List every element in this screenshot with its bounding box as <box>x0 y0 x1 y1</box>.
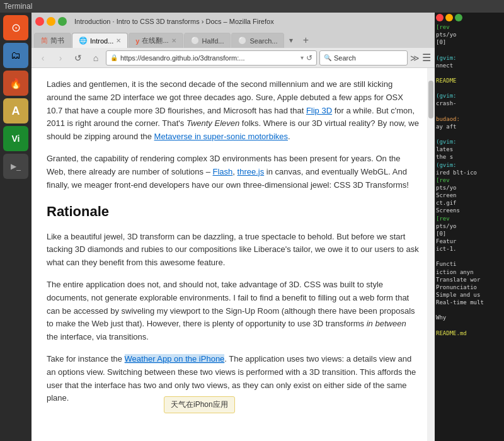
terminal-line-12 <box>436 108 503 115</box>
paragraph-1: Ladies and gentlemen, it is the second d… <box>47 78 420 144</box>
terminal-line-3: [0] <box>436 38 503 46</box>
tab-translate-icon: y <box>135 37 139 45</box>
scrollbar-thumb[interactable] <box>428 81 433 118</box>
tab-intro[interactable]: 🌐 Introd... ✕ <box>72 33 128 48</box>
weather-app-link[interactable]: Weather App on the iPhone <box>125 354 225 364</box>
tab-translate-close[interactable]: ✕ <box>171 37 176 44</box>
forward-button[interactable]: › <box>53 50 68 66</box>
terminal-line-38 <box>436 306 503 314</box>
flash-link[interactable]: Flash <box>213 167 233 176</box>
tab-bar: 简 简书 🌐 Introd... ✕ y 在线翻... ✕ ⚪ Halfd...… <box>32 30 435 48</box>
back-button[interactable]: ‹ <box>35 50 50 66</box>
terminal-line-18: the s <box>436 153 503 161</box>
tab-search-label: Search... <box>249 37 277 45</box>
url-dropdown-icon[interactable]: ▾ <box>301 54 304 61</box>
terminal-line-26: [rev <box>436 215 503 222</box>
terminal-line-19: (gvim: <box>436 161 503 169</box>
nav-overflow-icon[interactable]: ≫ <box>410 53 420 63</box>
tab-close-icon[interactable]: ✕ <box>116 37 121 44</box>
terminal-line-16: (gvim: <box>436 138 503 146</box>
search-bar[interactable]: 🔍 Search <box>319 50 408 66</box>
terminal-line-17: lates <box>436 146 503 153</box>
terminal-line-7 <box>436 69 503 77</box>
search-placeholder-text: Search <box>334 54 356 62</box>
terminal-line-8: README <box>436 77 503 84</box>
terminal-line-37: Real-time mult <box>436 299 503 306</box>
tab-halfd[interactable]: ⚪ Halfd... <box>184 33 231 48</box>
paragraph-2: Granted, the capability of rendering com… <box>47 152 420 192</box>
tab-jianshu[interactable]: 简 简书 <box>34 33 71 48</box>
vim-icon: Vi <box>12 134 20 144</box>
home-button[interactable]: ⌂ <box>88 50 103 66</box>
terminal-title: Terminal <box>4 2 32 11</box>
paragraph-4: The entire application does not, and sho… <box>47 278 420 344</box>
nav-menu-icon[interactable]: ☰ <box>422 52 431 64</box>
browser-title: Introduction · Intro to CSS 3D transform… <box>74 18 431 25</box>
tab-overflow-button[interactable]: ▾ <box>285 34 297 47</box>
browser-content[interactable]: Ladies and gentlemen, it is the second d… <box>32 68 435 441</box>
twenty-eleven-text: Twenty Eleven <box>186 118 239 128</box>
rationale-heading: Rationale <box>47 200 420 222</box>
tab-translate[interactable]: y 在线翻... ✕ <box>129 33 183 48</box>
minimize-button[interactable] <box>47 17 55 26</box>
terminal-line-21: [rev <box>436 176 503 184</box>
terminal-line-4 <box>436 46 503 54</box>
scrollbar[interactable] <box>427 68 435 441</box>
terminal-line-39: Why <box>436 314 503 321</box>
tab-search[interactable]: ⚪ Search... <box>231 33 284 48</box>
terminal-line-13: budaod: <box>436 115 503 123</box>
taskbar-icon-firefox[interactable]: 🔥 <box>3 71 28 96</box>
tab-halfd-icon: ⚪ <box>191 37 200 45</box>
terminal-line-20: ired blt-ico <box>436 169 503 176</box>
files-icon: 🗂 <box>11 50 21 61</box>
url-text: https://desandro.github.io/3dtransform:.… <box>120 54 298 62</box>
tab-halfd-label: Halfd... <box>202 37 224 45</box>
taskbar-icon-terminal[interactable]: ▶_ <box>3 154 28 179</box>
terminal-icon: ▶_ <box>11 162 21 171</box>
url-bar[interactable]: 🔒 https://desandro.github.io/3dtransform… <box>106 50 317 66</box>
terminal-panel: [rev pts/yo [0] (gvim: nnect README (gvi… <box>435 13 504 441</box>
tooltip-text: 天气在iPhon应用 <box>171 400 228 409</box>
terminal-line-1: [rev <box>436 23 503 31</box>
search-magnifier-icon: 🔍 <box>324 54 331 61</box>
article: Ladies and gentlemen, it is the second d… <box>47 78 420 405</box>
threejs-link[interactable]: three.js <box>238 167 265 176</box>
terminal-line-22: pts/yo <box>436 184 503 192</box>
tab-jianshu-icon: 简 <box>41 36 48 45</box>
para5-text1: Take for instance the <box>47 354 125 364</box>
metaverse-link[interactable]: Metaverse in super-sonic motorbikes <box>154 132 288 141</box>
tooltip-popup: 天气在iPhon应用 <box>164 396 235 413</box>
terminal-line-31 <box>436 253 503 260</box>
terminal-line-33: iction anyn <box>436 268 503 276</box>
terminal-line-35: Pronunciatio <box>436 284 503 291</box>
tab-search-icon: ⚪ <box>238 37 247 45</box>
tab-intro-label: Introd... <box>90 37 113 45</box>
terminal-line-32: Functi <box>436 260 503 268</box>
taskbar-icon-fonts[interactable]: A <box>3 98 28 123</box>
terminal-line-34: Translate wor <box>436 276 503 284</box>
tab-translate-label: 在线翻... <box>142 36 168 45</box>
in-between-italic: in between <box>367 319 406 328</box>
para4-cont: the interface, via transitions. <box>47 332 149 341</box>
terminal-line-23: Screen <box>436 192 503 199</box>
close-button[interactable] <box>35 17 44 26</box>
firefox-icon: 🔥 <box>9 77 22 89</box>
terminal-line-41: README.md <box>436 329 503 337</box>
terminal-line-27: pts/yo <box>436 222 503 230</box>
terminal-line-24: ct.gif <box>436 199 503 207</box>
taskbar-icon-files[interactable]: 🗂 <box>3 43 28 68</box>
terminal-line-2: pts/yo <box>436 31 503 38</box>
taskbar-icon-vim[interactable]: Vi <box>3 126 28 151</box>
url-refresh-icon[interactable]: ↺ <box>306 54 312 62</box>
reload-button[interactable]: ↺ <box>71 50 86 66</box>
tab-add-button[interactable]: + <box>298 34 313 47</box>
ubuntu-icon: ⊙ <box>11 21 21 35</box>
maximize-button[interactable] <box>58 17 67 26</box>
taskbar-icon-ubuntu[interactable]: ⊙ <box>3 15 28 40</box>
para1-end: . <box>288 132 290 141</box>
terminal-line-5: (gvim: <box>436 54 503 62</box>
lock-icon: 🔒 <box>110 54 118 61</box>
flip3d-link[interactable]: Flip 3D <box>306 106 332 115</box>
taskbar: ⊙ 🗂 🔥 A Vi ▶_ <box>0 13 32 441</box>
terminal-line-36: Simple and us <box>436 291 503 299</box>
